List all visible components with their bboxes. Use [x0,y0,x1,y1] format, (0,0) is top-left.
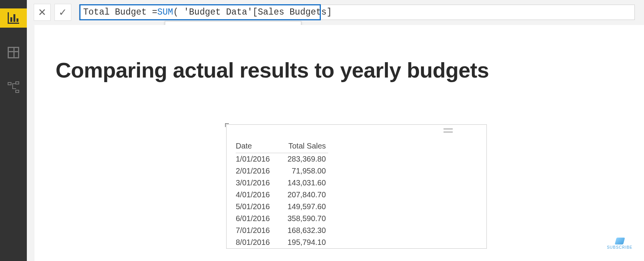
close-icon [38,7,46,18]
column-header-date[interactable]: Date [236,142,277,153]
data-table: Date Total Sales 1/01/2016283,369.802/01… [236,142,328,248]
logo-icon [614,238,625,244]
bar-chart-icon [8,12,19,24]
table-row[interactable]: 6/01/2016358,590.70 [236,213,328,225]
cell-date: 8/01/2016 [236,236,277,248]
page-title: Comparing actual results to yearly budge… [56,58,489,83]
formula-text-func: SUM [157,7,173,17]
cell-date: 6/01/2016 [236,213,277,225]
cell-date: 3/01/2016 [236,177,277,189]
check-icon [59,7,67,18]
cell-total-sales: 207,840.70 [277,189,328,201]
formula-text-prefix: Total Budget = [83,7,157,17]
table-row[interactable]: 2/01/201671,958.00 [236,165,328,177]
cell-date: 1/01/2016 [236,153,277,165]
model-view-button[interactable] [0,78,27,97]
table-row[interactable]: 7/01/2016168,632.30 [236,225,328,236]
table-icon [8,47,19,58]
cell-date: 4/01/2016 [236,189,277,201]
cell-total-sales: 71,958.00 [277,165,328,177]
view-rail [0,0,27,261]
cell-date: 5/01/2016 [236,201,277,213]
table-row[interactable]: 1/01/2016283,369.80 [236,153,328,165]
data-view-button[interactable] [0,43,27,62]
cell-total-sales: 149,597.60 [277,201,328,213]
drag-handle-icon[interactable] [444,129,453,132]
commit-formula-button[interactable] [54,4,71,21]
report-canvas[interactable]: Comparing actual results to yearly budge… [34,25,644,261]
formula-input[interactable]: Total Budget = SUM ( 'Budget Data'[Sales… [79,5,635,20]
subscribe-label: SUBSCRIBE [607,245,632,249]
table-visual[interactable]: Date Total Sales 1/01/2016283,369.802/01… [226,124,487,249]
table-row[interactable]: 4/01/2016207,840.70 [236,189,328,201]
formula-text-args: ( 'Budget Data'[Sales Budgets] [173,7,332,17]
cell-date: 7/01/2016 [236,225,277,236]
resize-handle-icon[interactable] [225,123,229,127]
cell-total-sales: 168,632.30 [277,225,328,236]
table-header-row: Date Total Sales [236,142,328,153]
cell-total-sales: 358,590.70 [277,213,328,225]
table-row[interactable]: 3/01/2016143,031.60 [236,177,328,189]
column-header-total-sales[interactable]: Total Sales [277,142,328,153]
subscribe-badge[interactable]: SUBSCRIBE [607,238,632,249]
table-row[interactable]: 5/01/2016149,597.60 [236,201,328,213]
formula-bar-area: Total Budget = SUM ( 'Budget Data'[Sales… [34,4,635,21]
cell-total-sales: 195,794.10 [277,236,328,248]
cell-total-sales: 143,031.60 [277,177,328,189]
cell-date: 2/01/2016 [236,165,277,177]
cell-total-sales: 283,369.80 [277,153,328,165]
relationship-icon [8,81,19,93]
table-row[interactable]: 8/01/2016195,794.10 [236,236,328,248]
cancel-formula-button[interactable] [34,4,51,21]
report-view-button[interactable] [0,8,27,28]
